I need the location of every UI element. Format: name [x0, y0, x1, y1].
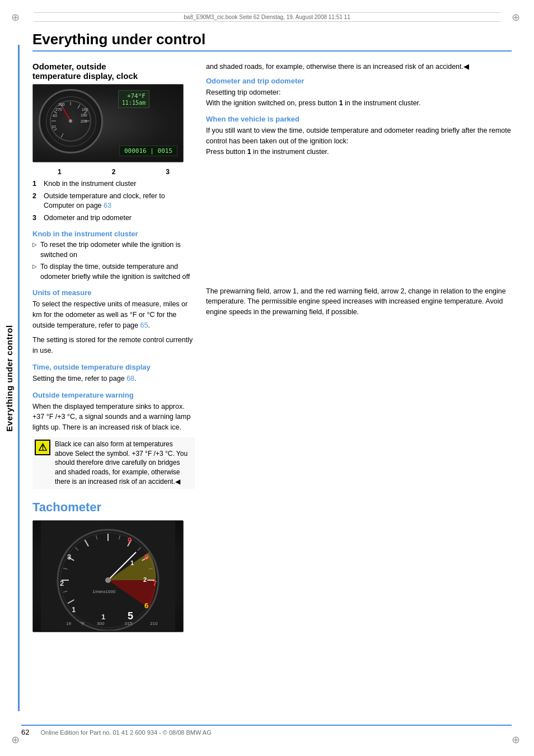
svg-text:180: 180	[81, 113, 87, 117]
footer-text: Online Edition for Part no. 01 41 2 600 …	[40, 729, 211, 736]
time-text: Setting the time, refer to page 68.	[32, 374, 195, 384]
svg-text:300: 300	[97, 621, 105, 626]
tacho-text-spacer: The prewarning field, arrow 1, and the r…	[206, 286, 512, 318]
right-column: and shaded roads, for example, otherwise…	[206, 62, 512, 638]
knob-heading: Knob in the instrument cluster	[32, 230, 195, 238]
speedo-inner: 40 20 160 180 200 270 300	[46, 96, 96, 147]
svg-text:2: 2	[60, 579, 64, 587]
page-63-link[interactable]: 63	[104, 202, 111, 209]
svg-text:1/minx1000: 1/minx1000	[92, 589, 116, 594]
temp-warning-text: When the displayed temperature sinks to …	[32, 402, 195, 433]
corner-mark-tr: ⊕	[512, 11, 523, 22]
corner-mark-tl: ⊕	[11, 11, 22, 22]
time-heading: Time, outside temperature display	[32, 363, 195, 371]
svg-line-17	[63, 108, 71, 121]
svg-text:6: 6	[144, 601, 148, 610]
svg-text:1: 1	[130, 559, 134, 566]
svg-text:°F: °F	[80, 621, 85, 626]
knob-bullet-1: To reset the trip odometer while the ign…	[32, 240, 195, 260]
intro-continuation: and shaded roads, for example, otherwise…	[206, 62, 512, 72]
warning-box: ⚠ Black ice can also form at temperature…	[32, 437, 195, 489]
svg-line-1	[61, 134, 63, 138]
list-item-1: 1 Knob in the instrument cluster	[32, 179, 195, 189]
numbered-list: 1 Knob in the instrument cluster 2 Outsi…	[32, 179, 195, 223]
svg-text:19: 19	[66, 621, 71, 626]
item-numbers: 1 2 3	[32, 168, 195, 176]
list-item-2-text: Outside temperature and clock, refer to …	[44, 192, 195, 211]
svg-text:3: 3	[67, 553, 71, 561]
svg-text:160: 160	[82, 108, 88, 111]
odometer-section-heading: Odometer, outsidetemperature display, cl…	[32, 62, 195, 81]
units-text: To select the respective units of measur…	[32, 299, 195, 330]
file-bar: ba8_E90M3_cic.book Seite 62 Dienstag, 19…	[34, 12, 500, 22]
digital-display: +74°F 11:15am	[118, 90, 149, 108]
parked-text: If you still want to view the time, outs…	[206, 125, 512, 157]
list-item-3-text: Odometer and trip odometer	[44, 213, 132, 223]
digital-time: 11:15am	[122, 100, 146, 106]
list-item-1-text: Knob in the instrument cluster	[44, 179, 136, 189]
tacho-image: 3 2 1 1 5 6 7 8 9 1/minx1000	[32, 520, 184, 632]
warning-box-text: Black ice can also form at temperatures …	[55, 440, 193, 487]
speedo-svg: 40 20 160 180 200 270 300	[47, 97, 95, 145]
page-65-link[interactable]: 65	[140, 321, 148, 329]
svg-text:300: 300	[58, 102, 65, 106]
dash-inner: 40 20 160 180 200 270 300	[33, 85, 183, 162]
tacho-svg: 3 2 1 1 5 6 7 8 9 1/minx1000	[41, 521, 175, 631]
svg-text:40: 40	[53, 114, 57, 118]
svg-text:1: 1	[72, 605, 76, 614]
parked-heading: When the vehicle is parked	[206, 115, 512, 123]
svg-line-7	[78, 105, 80, 109]
speedometer: 40 20 160 180 200 270 300	[39, 89, 103, 153]
svg-text:2: 2	[143, 576, 147, 583]
left-column: Odometer, outsidetemperature display, cl…	[32, 62, 195, 638]
page-68-link[interactable]: 68	[127, 375, 134, 382]
svg-text:200: 200	[81, 119, 87, 123]
tacho-title: Tachometer	[32, 500, 195, 515]
svg-text:270: 270	[55, 108, 62, 111]
svg-text:9: 9	[128, 536, 132, 544]
svg-text:210: 210	[150, 621, 158, 626]
svg-text:1: 1	[101, 613, 105, 621]
svg-text:5: 5	[128, 610, 133, 622]
page-footer: 62 Online Edition for Part no. 01 41 2 6…	[21, 725, 512, 736]
page-title: Everything under control	[32, 31, 512, 52]
odo-trip-text: Resetting trip odometer:With the ignitio…	[206, 87, 512, 109]
knob-bullet-2: To display the time, outside temperature…	[32, 262, 195, 282]
temp-warning-heading: Outside temperature warning	[32, 391, 195, 399]
digital-temp: +74°F	[122, 92, 146, 100]
page-number: 62	[21, 728, 29, 736]
svg-line-2	[54, 129, 57, 130]
item-label-1: 1	[58, 168, 62, 176]
svg-point-18	[69, 119, 72, 123]
item-label-2: 2	[112, 168, 116, 176]
instrument-cluster-image: 40 20 160 180 200 270 300	[32, 84, 184, 162]
tacho-section: Tachometer	[32, 500, 195, 632]
list-item-2: 2 Outside temperature and clock, refer t…	[32, 192, 195, 211]
svg-text:8: 8	[144, 553, 148, 561]
units-heading: Units of measure	[32, 288, 195, 297]
item-label-3: 3	[166, 168, 170, 176]
corner-mark-bl: ⊕	[11, 734, 22, 745]
knob-bullets: To reset the trip odometer while the ign…	[32, 240, 195, 282]
svg-text:20: 20	[51, 125, 56, 129]
two-col-layout: Odometer, outsidetemperature display, cl…	[32, 62, 512, 638]
svg-line-4	[54, 111, 57, 113]
list-item-3: 3 Odometer and trip odometer	[32, 213, 195, 223]
odometer-display: 000016 | 0015	[119, 146, 177, 156]
tacho-inner: 3 2 1 1 5 6 7 8 9 1/minx1000	[33, 521, 183, 632]
units-text2: The setting is stored for the remote con…	[32, 335, 195, 356]
warning-icon: ⚠	[35, 440, 50, 455]
corner-mark-br: ⊕	[512, 734, 523, 745]
sidebar: Everything under control	[0, 45, 20, 711]
main-content: Everything under control Odometer, outsi…	[21, 0, 534, 660]
tacho-desc-text: The prewarning field, arrow 1, and the r…	[206, 286, 512, 318]
sidebar-label: Everything under control	[4, 325, 14, 431]
svg-text:015: 015	[125, 621, 133, 626]
odo-trip-heading: Odometer and trip odometer	[206, 77, 512, 85]
svg-text:7: 7	[153, 579, 157, 587]
svg-point-48	[105, 577, 111, 583]
